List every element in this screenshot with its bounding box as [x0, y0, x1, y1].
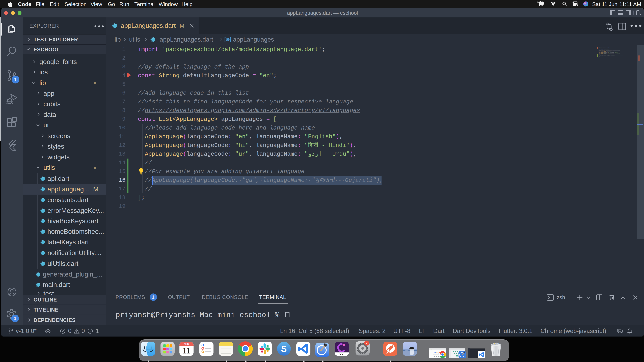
svg-text:S: S: [281, 344, 287, 354]
svg-text:2: 2: [366, 341, 368, 345]
svg-text:11: 11: [182, 346, 191, 355]
svg-text:JUN: JUN: [184, 343, 189, 346]
